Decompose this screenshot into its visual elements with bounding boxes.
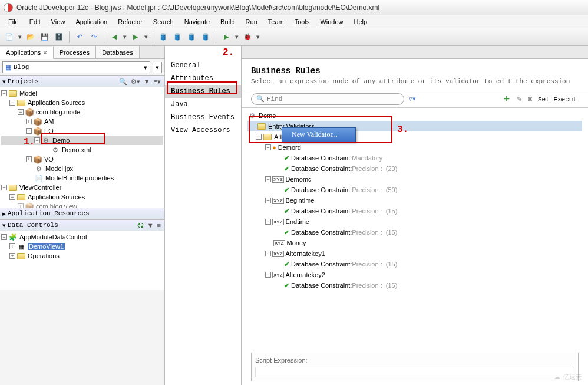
projects-tree[interactable]: −Model −Application Sources −📦com.blog.m…	[0, 87, 164, 208]
tree-node-modeljpx[interactable]: ⚙Model.jpx	[1, 164, 163, 173]
rule-node-begintime[interactable]: −XYZBegintime	[247, 195, 582, 206]
dropdown-icon[interactable]: ▾	[18, 31, 22, 43]
menu-file[interactable]: File	[4, 17, 24, 27]
data-controls-tree[interactable]: −🧩AppModuleDataControl +▦DemoView1 +Oper…	[0, 231, 164, 290]
tree-node-appsources2[interactable]: −Application Sources	[1, 192, 163, 202]
menu-team[interactable]: Team	[263, 17, 289, 27]
tree-node-package2[interactable]: +📦com.blog.view	[1, 202, 163, 208]
rule-node-endtime[interactable]: −XYZEndtime	[247, 216, 582, 227]
tree-node-vo[interactable]: +📦VO	[1, 154, 163, 164]
run-button[interactable]: ▶	[220, 31, 232, 43]
refresh-icon[interactable]: 🗘	[136, 222, 145, 229]
app-menu-button[interactable]: ▾	[153, 62, 162, 73]
undo-button[interactable]: ↶	[74, 31, 85, 43]
menu-window[interactable]: Window	[315, 17, 348, 27]
search-icon[interactable]: 🔍	[118, 78, 128, 85]
context-menu-new-validator[interactable]: New Validator...	[282, 127, 356, 142]
find-input[interactable]	[267, 96, 399, 103]
rule-constraint[interactable]: ✔Database Constraint: Precision : (20)	[247, 163, 582, 174]
collapse-icon[interactable]: ▾	[2, 222, 6, 229]
rule-constraint[interactable]: ✔Database Constraint: Mandatory	[247, 153, 582, 163]
menu-navigate[interactable]: Navigate	[180, 17, 214, 27]
set-execution-button[interactable]: Set Execut	[536, 96, 579, 103]
options-icon[interactable]: ≡	[156, 222, 162, 229]
dropdown-icon[interactable]: ▾	[123, 31, 127, 43]
db-button-1[interactable]: 🛢️	[157, 31, 169, 43]
open-button[interactable]: 📂	[25, 31, 37, 43]
debug-button[interactable]: 🐞	[242, 31, 253, 43]
menu-application[interactable]: Application	[71, 17, 112, 27]
tab-processes[interactable]: Processes	[54, 46, 96, 58]
rule-node-alt2[interactable]: −XYZAlternatekey2	[247, 269, 582, 280]
rule-constraint[interactable]: ✔Database Constraint: Precision : (15)	[247, 206, 582, 216]
section-description: Select an expression node of any attribu…	[242, 78, 588, 90]
save-all-button[interactable]: 🗄️	[53, 31, 65, 43]
delete-button[interactable]: ✖	[526, 96, 534, 103]
tree-node-model[interactable]: −Model	[1, 88, 163, 98]
forward-button[interactable]: ▶	[130, 31, 141, 43]
tree-node-bundle[interactable]: 📄ModelBundle.properties	[1, 173, 163, 183]
close-icon[interactable]: ×	[43, 49, 47, 56]
rule-constraint[interactable]: ✔Database Constraint: Precision : (15)	[247, 227, 582, 238]
rule-node-money[interactable]: XYZMoney	[247, 238, 582, 248]
tab-databases[interactable]: Databases	[96, 46, 140, 58]
menu-help[interactable]: Help	[349, 17, 372, 27]
menu-file-label: ile	[12, 18, 19, 25]
tree-node-appsources[interactable]: −Application Sources	[1, 98, 163, 107]
dropdown-icon[interactable]: ▾	[256, 31, 260, 43]
options-icon[interactable]: ≡▾	[153, 78, 162, 85]
tree-node-appmodule[interactable]: −🧩AppModuleDataControl	[1, 232, 163, 242]
tree-node-demoview[interactable]: +▦DemoView1	[1, 242, 163, 251]
gear-icon[interactable]: ⚙▾	[130, 78, 141, 85]
expand-icon[interactable]: ▸	[2, 210, 6, 218]
back-button[interactable]: ◀	[108, 31, 120, 43]
nav-java[interactable]: Java	[165, 98, 241, 111]
save-button[interactable]: 💾	[39, 31, 51, 43]
filter-icon[interactable]: ▼	[146, 222, 155, 229]
menubar: File Edit View Application Refactor Sear…	[0, 15, 588, 28]
tree-node-package[interactable]: −📦com.blog.model	[1, 107, 163, 117]
rule-node-alt1[interactable]: −XYZAlternatekey1	[247, 248, 582, 259]
menu-build[interactable]: Build	[216, 17, 239, 27]
rule-constraint[interactable]: ✔Database Constraint: Precision : (50)	[247, 185, 582, 195]
db-button-3[interactable]: 🛢️	[186, 31, 197, 43]
db-button-4[interactable]: 🛢️	[200, 31, 212, 43]
dropdown-icon[interactable]: ▾	[144, 31, 148, 43]
window-titlebar: Oracle JDeveloper 12c - Blog.jws : Model…	[0, 0, 588, 15]
menu-tools[interactable]: Tools	[290, 17, 315, 27]
tree-node-viewcontroller[interactable]: −ViewController	[1, 183, 163, 192]
dropdown-icon[interactable]: ▾	[234, 31, 239, 43]
tab-applications[interactable]: Applications×	[0, 47, 54, 59]
redo-button[interactable]: ↷	[88, 31, 100, 43]
nav-general[interactable]: General	[165, 59, 241, 72]
tree-node-operations[interactable]: +Operations	[1, 251, 163, 261]
nav-attributes[interactable]: Attributes	[165, 72, 241, 85]
menu-refactor[interactable]: Refactor	[113, 17, 147, 27]
nav-view-accessors[interactable]: View Accessors	[165, 124, 241, 137]
find-input-wrapper[interactable]: 🔍	[251, 93, 404, 105]
tree-node-eo[interactable]: −📦EO	[1, 126, 163, 136]
new-button[interactable]: 📄	[4, 31, 15, 43]
menu-search[interactable]: Search	[148, 17, 179, 27]
rule-node-demo[interactable]: ⚙Demo	[247, 110, 582, 121]
menu-edit[interactable]: Edit	[25, 17, 45, 27]
rule-node-demord[interactable]: −●Demord	[247, 142, 582, 153]
menu-run[interactable]: Run	[241, 17, 262, 27]
rule-constraint[interactable]: ✔Database Constraint: Precision : (15)	[247, 259, 582, 269]
filter-icon[interactable]: ▼	[143, 78, 151, 85]
filter-icon[interactable]: ▿▾	[409, 95, 416, 103]
edit-button[interactable]: ✎	[515, 96, 524, 103]
rule-constraint[interactable]: ✔Database Constraint: Precision : (15)	[247, 280, 582, 291]
collapse-icon[interactable]: ▾	[2, 78, 6, 85]
rule-node-demomc[interactable]: −XYZDemomc	[247, 174, 582, 185]
nav-business-rules[interactable]: Business Rules	[165, 85, 241, 98]
menu-view[interactable]: View	[47, 17, 70, 27]
rules-tree[interactable]: ⚙Demo Entity Validators −Attri −●Demord …	[242, 108, 588, 349]
application-selector[interactable]: ▦Blog ▾	[2, 61, 150, 73]
nav-business-events[interactable]: Business Events	[165, 111, 241, 124]
script-expression-input[interactable]	[255, 367, 574, 377]
app-resources-header[interactable]: ▸ Application Resources	[0, 208, 164, 219]
tree-node-am[interactable]: +📦AM	[1, 117, 163, 126]
add-button[interactable]: ＋	[500, 93, 513, 103]
db-button-2[interactable]: 🛢️	[171, 31, 183, 43]
